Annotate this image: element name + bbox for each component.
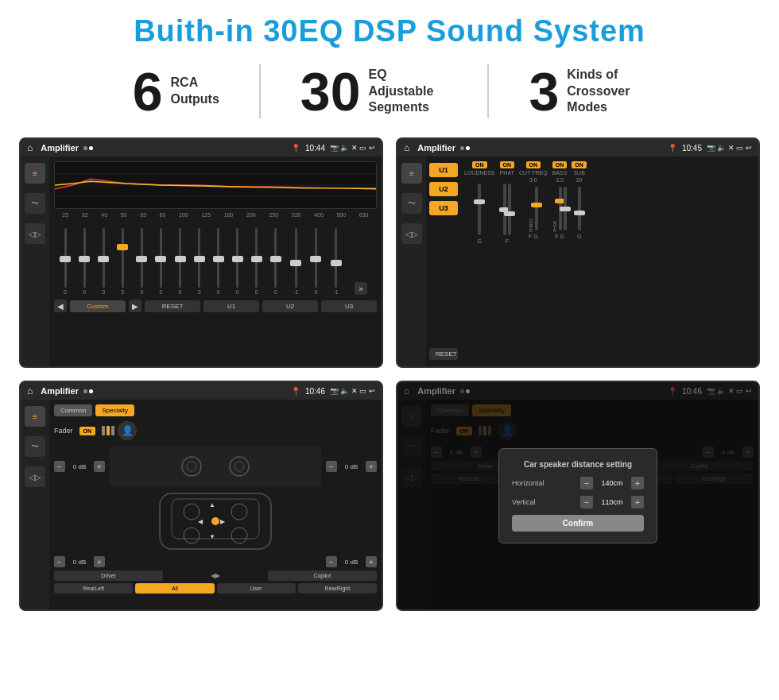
fader-wave-btn[interactable]: 〜 bbox=[25, 436, 45, 457]
plus-btn-tl[interactable]: + bbox=[94, 461, 105, 472]
rear-right-btn[interactable]: RearRight bbox=[298, 583, 377, 594]
eq-vol-btn[interactable]: ◁▷ bbox=[25, 223, 45, 244]
db-val-bl: 0 dB bbox=[68, 559, 91, 566]
status-dots bbox=[83, 146, 93, 150]
minus-btn-bl[interactable]: − bbox=[54, 556, 65, 567]
db-val-tl: 0 dB bbox=[68, 463, 91, 470]
eq-slider-4[interactable]: 5 bbox=[121, 228, 124, 295]
plus-btn-tr[interactable]: + bbox=[366, 461, 377, 472]
db-ctrl-br: − 0 dB + bbox=[326, 556, 377, 567]
eq-slider-11[interactable]: 0 bbox=[255, 228, 258, 295]
plus-btn-bl[interactable]: + bbox=[94, 556, 105, 567]
status-dots-3 bbox=[83, 389, 93, 393]
vertical-plus[interactable]: + bbox=[631, 496, 644, 509]
minus-btn-br[interactable]: − bbox=[326, 556, 337, 567]
dot3 bbox=[460, 146, 464, 150]
u1-button[interactable]: U1 bbox=[429, 163, 458, 177]
driver-btn[interactable]: Driver bbox=[54, 570, 163, 581]
eq-slider-2[interactable]: 0 bbox=[83, 228, 86, 295]
eq-slider-13[interactable]: -1 bbox=[293, 228, 298, 295]
tab-common[interactable]: Common bbox=[54, 404, 92, 416]
channel-phat: ON PHAT F bbox=[500, 161, 515, 362]
eq-custom-btn[interactable]: Custom bbox=[70, 300, 126, 312]
tab-specialty[interactable]: Specialty bbox=[95, 404, 134, 416]
svg-text:▶: ▶ bbox=[220, 518, 226, 525]
eq-slider-5[interactable]: 0 bbox=[140, 228, 143, 295]
cutfreq-on-badge[interactable]: ON bbox=[526, 161, 541, 168]
rear-left-btn[interactable]: RearLeft bbox=[54, 583, 133, 594]
crossover-wave-btn[interactable]: 〜 bbox=[401, 193, 422, 214]
eq-u1-btn[interactable]: U1 bbox=[203, 300, 259, 312]
eq-u2-btn[interactable]: U2 bbox=[262, 300, 318, 312]
eq-next-btn[interactable]: ▶ bbox=[129, 300, 141, 312]
loudness-on-badge[interactable]: ON bbox=[472, 161, 487, 168]
db-ctrl-tr: − 0 dB + bbox=[326, 461, 377, 472]
fader-filter-btn[interactable]: ≡ bbox=[25, 406, 45, 427]
phat-slider2[interactable] bbox=[508, 184, 511, 235]
eq-curve-svg bbox=[55, 162, 376, 208]
vertical-minus[interactable]: − bbox=[580, 496, 593, 509]
eq-slider-12[interactable]: 0 bbox=[274, 228, 277, 295]
cutfreq-slider[interactable] bbox=[535, 187, 538, 230]
crossover-filter-btn[interactable]: ≡ bbox=[401, 163, 422, 184]
user-btn[interactable]: User bbox=[217, 583, 296, 594]
u2-button[interactable]: U2 bbox=[429, 182, 458, 196]
eq-scroll-right[interactable]: » bbox=[355, 282, 367, 295]
eq-slider-7[interactable]: 0 bbox=[179, 228, 182, 295]
screens-grid: ⌂ Amplifier 📍 10:44 📷 🔈 ✕ ▭ ↩ ≡ 〜 ◁▷ bbox=[0, 131, 779, 619]
dialog-overlay: Car speaker distance setting Horizontal … bbox=[397, 382, 758, 609]
sub-slider[interactable] bbox=[578, 187, 581, 230]
fader-on-toggle[interactable]: ON bbox=[79, 427, 96, 435]
eq-filter-btn[interactable]: ≡ bbox=[25, 163, 45, 184]
fader-slider-bars bbox=[102, 426, 114, 435]
eq-slider-1[interactable]: 0 bbox=[64, 228, 67, 295]
eq-slider-3[interactable]: 0 bbox=[102, 228, 105, 295]
eq-reset-btn[interactable]: RESET bbox=[145, 300, 200, 312]
fader-vol-btn[interactable]: ◁▷ bbox=[25, 466, 45, 487]
dot4 bbox=[466, 146, 470, 150]
loudness-slider[interactable] bbox=[478, 184, 481, 235]
eq-slider-9[interactable]: 0 bbox=[217, 228, 220, 295]
svg-text:◀: ◀ bbox=[198, 518, 203, 525]
minus-btn-tl[interactable]: − bbox=[54, 461, 65, 472]
copilot-btn[interactable]: Copilot bbox=[268, 570, 377, 581]
dot6 bbox=[89, 389, 93, 393]
eq-prev-btn[interactable]: ◀ bbox=[54, 300, 67, 312]
eq-slider-8[interactable]: 0 bbox=[198, 228, 201, 295]
db-val-br: 0 dB bbox=[340, 559, 362, 566]
eq-slider-10[interactable]: 0 bbox=[236, 228, 239, 295]
eq-slider-6[interactable]: 0 bbox=[159, 228, 162, 295]
eq-u3-btn[interactable]: U3 bbox=[321, 300, 377, 312]
dialog-title: Car speaker distance setting bbox=[512, 460, 644, 469]
status-icons-eq: 📷 🔈 ✕ ▭ ↩ bbox=[330, 144, 375, 152]
stat-number-rca: 6 bbox=[133, 64, 163, 118]
u-buttons: U1 U2 U3 RESET bbox=[426, 157, 461, 366]
confirm-button[interactable]: Confirm bbox=[512, 515, 644, 532]
eq-slider-15[interactable]: -1 bbox=[334, 228, 339, 295]
svg-point-3 bbox=[182, 457, 201, 476]
bass-on-badge[interactable]: ON bbox=[552, 161, 568, 168]
horizontal-plus[interactable]: + bbox=[631, 477, 644, 489]
eq-slider-14[interactable]: 0 bbox=[314, 228, 317, 295]
crossover-vol-btn[interactable]: ◁▷ bbox=[401, 223, 422, 244]
distance-dialog: Car speaker distance setting Horizontal … bbox=[498, 448, 657, 543]
minus-btn-tr[interactable]: − bbox=[326, 461, 337, 472]
crossover-reset-btn[interactable]: RESET bbox=[429, 348, 458, 360]
phat-on-badge[interactable]: ON bbox=[500, 161, 515, 168]
u3-button[interactable]: U3 bbox=[429, 201, 458, 215]
stat-number-eq: 30 bbox=[300, 64, 361, 118]
horizontal-value: 140cm bbox=[596, 479, 628, 487]
plus-btn-br[interactable]: + bbox=[366, 556, 377, 567]
position-buttons: Driver ◀ ▶ Copilot bbox=[54, 570, 377, 581]
stat-number-crossover: 3 bbox=[529, 64, 559, 118]
eq-wave-btn[interactable]: 〜 bbox=[25, 193, 45, 214]
horizontal-minus[interactable]: − bbox=[580, 477, 593, 489]
bass-slider2[interactable] bbox=[564, 187, 567, 230]
all-btn[interactable]: All bbox=[135, 583, 214, 594]
dot5 bbox=[83, 389, 87, 393]
sub-on-badge[interactable]: ON bbox=[572, 161, 587, 168]
channel-sub: ON SUB 20 G bbox=[572, 161, 587, 362]
speaker-icon-btn[interactable]: 👤 bbox=[118, 421, 137, 440]
phat-slider1[interactable] bbox=[503, 184, 506, 235]
svg-text:▼: ▼ bbox=[209, 533, 215, 540]
